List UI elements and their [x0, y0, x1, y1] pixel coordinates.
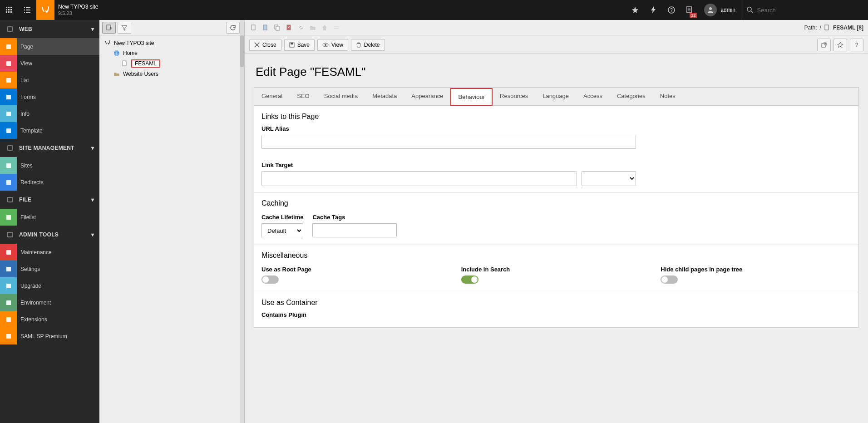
tab-categories[interactable]: Categories: [610, 88, 653, 105]
cache-flash-icon[interactable]: [644, 0, 662, 20]
module-color-icon: [0, 122, 17, 139]
include-search-toggle[interactable]: [461, 275, 478, 284]
tab-resources[interactable]: Resources: [493, 88, 535, 105]
tree-filter-button[interactable]: [118, 22, 131, 34]
globe-icon: [113, 49, 120, 57]
module-item-filelist[interactable]: Filelist: [0, 209, 99, 226]
module-color-icon: [0, 311, 17, 328]
svg-rect-32: [6, 163, 11, 168]
open-new-window-button[interactable]: [817, 39, 831, 51]
module-color-icon: [0, 328, 17, 344]
tab-social-media[interactable]: Social media: [317, 88, 365, 105]
svg-point-22: [747, 7, 751, 11]
module-item-maintenance[interactable]: Maintenance: [0, 244, 99, 261]
tab-seo[interactable]: SEO: [290, 88, 316, 105]
svg-rect-40: [6, 300, 11, 305]
svg-rect-57: [291, 43, 293, 44]
cache-lifetime-select[interactable]: Default: [261, 223, 303, 238]
module-item-settings[interactable]: Settings: [0, 261, 99, 277]
tab-appearance[interactable]: Appearance: [404, 88, 450, 105]
module-group-header[interactable]: SITE MANAGEMENT▾: [0, 139, 99, 157]
page-icon: [121, 60, 128, 67]
module-group-header[interactable]: WEB▾: [0, 20, 99, 38]
module-item-saml-sp-premium[interactable]: SAML SP Premium: [0, 328, 99, 344]
link-target-select[interactable]: [582, 171, 636, 186]
list-toggle-icon[interactable]: [18, 0, 36, 20]
tree-scrollbar[interactable]: [240, 20, 244, 423]
chevron-down-icon: ▾: [91, 145, 94, 151]
opendocs-icon[interactable]: 32: [681, 0, 699, 20]
typo3-logo[interactable]: [36, 0, 54, 20]
root-page-toggle[interactable]: [261, 275, 279, 284]
bookmark-button[interactable]: [833, 39, 847, 51]
topbar: New TYPO3 site 9.5.23 ? 32 admin: [0, 0, 868, 20]
tab-notes[interactable]: Notes: [653, 88, 683, 105]
url-alias-input[interactable]: [261, 135, 636, 149]
module-item-template[interactable]: Template: [0, 122, 99, 139]
module-item-view[interactable]: View: [0, 55, 99, 72]
tree-root[interactable]: New TYPO3 site: [103, 38, 241, 48]
module-item-upgrade[interactable]: Upgrade: [0, 277, 99, 294]
link-icon[interactable]: [296, 23, 306, 32]
svg-rect-5: [10, 9, 12, 10]
tab-behaviour[interactable]: Behaviour: [450, 88, 493, 106]
apps-icon[interactable]: [0, 0, 18, 20]
link-target-input[interactable]: [261, 171, 577, 186]
svg-rect-4: [8, 9, 10, 10]
cache-tags-input[interactable]: [312, 223, 397, 237]
module-item-info[interactable]: Info: [0, 105, 99, 122]
group-label: ADMIN TOOLS: [19, 231, 59, 238]
module-item-forms[interactable]: Forms: [0, 89, 99, 105]
svg-rect-2: [10, 7, 12, 8]
tree-node[interactable]: FESAML: [103, 58, 241, 69]
delete-button[interactable]: Delete: [351, 39, 385, 51]
module-color-icon: [0, 55, 17, 72]
global-search[interactable]: [741, 0, 868, 20]
close-button[interactable]: Close: [249, 39, 281, 51]
tab-general[interactable]: General: [254, 88, 290, 105]
svg-text:?: ?: [671, 8, 673, 13]
module-item-sites[interactable]: Sites: [0, 157, 99, 174]
user-menu[interactable]: admin: [699, 4, 741, 16]
svg-rect-6: [6, 11, 7, 13]
module-item-extensions[interactable]: Extensions: [0, 311, 99, 328]
section-misc-title: Miscellaneous: [261, 251, 851, 260]
username: admin: [720, 7, 735, 13]
tab-metadata[interactable]: Metadata: [365, 88, 404, 105]
module-item-redirects[interactable]: Redirects: [0, 174, 99, 191]
site-version: 9.5.23: [58, 10, 98, 16]
module-item-environment[interactable]: Environment: [0, 294, 99, 311]
view-button[interactable]: View: [317, 39, 348, 51]
svg-rect-39: [6, 284, 11, 288]
module-item-page[interactable]: Page: [0, 38, 99, 55]
module-item-label: Sites: [17, 162, 33, 169]
tree-refresh-button[interactable]: [226, 22, 240, 34]
tree-node[interactable]: Home: [103, 48, 241, 58]
tree-new-page-button[interactable]: [102, 22, 116, 34]
module-color-icon: [0, 105, 17, 122]
tab-access[interactable]: Access: [576, 88, 610, 105]
module-item-label: Settings: [17, 266, 40, 272]
cache-lifetime-label: Cache Lifetime: [261, 214, 303, 221]
module-menu: WEB▾PageViewListFormsInfoTemplateSITE MA…: [0, 20, 99, 423]
help-button[interactable]: ?: [850, 39, 863, 51]
module-group-header[interactable]: ADMIN TOOLS▾: [0, 226, 99, 244]
page-title: Edit Page "FESAML": [254, 62, 859, 87]
delete-record-icon[interactable]: [285, 23, 294, 32]
save-button[interactable]: Save: [284, 39, 315, 51]
new-wizard-icon[interactable]: [261, 23, 270, 32]
bookmark-icon[interactable]: [626, 0, 644, 20]
copy-icon[interactable]: [273, 23, 282, 32]
search-input[interactable]: [757, 7, 863, 14]
module-color-icon: [0, 277, 17, 294]
hide-children-toggle[interactable]: [661, 275, 678, 284]
tab-language[interactable]: Language: [535, 88, 576, 105]
module-group-header[interactable]: FILE▾: [0, 191, 99, 209]
module-item-list[interactable]: List: [0, 72, 99, 89]
tree-node[interactable]: Website Users: [103, 69, 241, 79]
tree-node-label: Website Users: [123, 71, 158, 77]
svg-rect-26: [6, 61, 11, 66]
help-icon[interactable]: ?: [662, 0, 681, 20]
svg-rect-8: [10, 11, 12, 13]
new-record-icon[interactable]: [249, 23, 258, 32]
